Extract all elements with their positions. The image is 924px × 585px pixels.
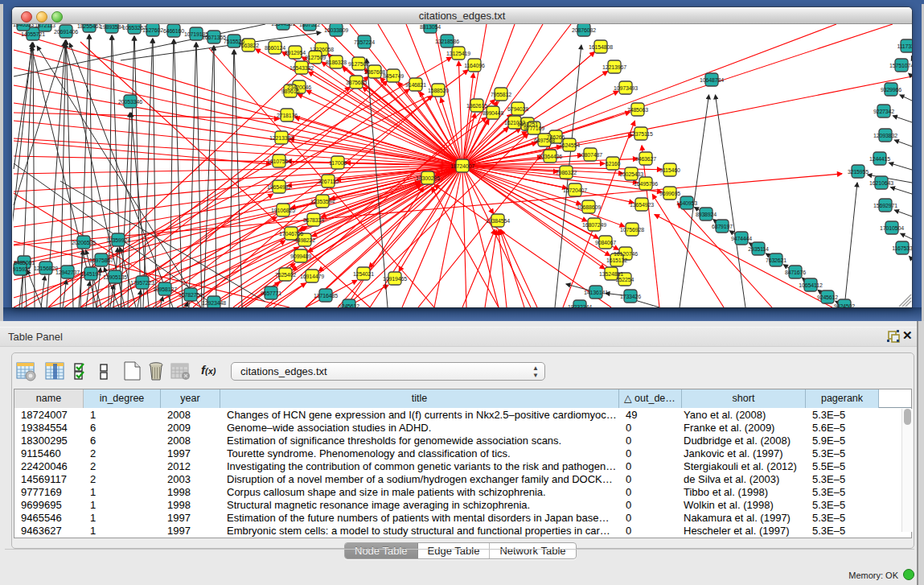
svg-text:16120746: 16120746: [614, 251, 638, 257]
svg-text:9245612: 9245612: [339, 303, 359, 308]
svg-text:1164096: 1164096: [464, 63, 485, 68]
svg-text:17046766: 17046766: [279, 231, 303, 237]
svg-text:20691406: 20691406: [54, 29, 78, 35]
svg-text:1940553: 1940553: [13, 24, 34, 27]
svg-text:252254: 252254: [616, 277, 634, 282]
svg-text:19893584: 19893584: [100, 24, 124, 30]
svg-text:14055721: 14055721: [21, 31, 45, 37]
svg-text:3875685: 3875685: [346, 80, 367, 85]
svg-text:12942737: 12942737: [55, 270, 80, 275]
svg-text:9227342: 9227342: [873, 109, 894, 114]
svg-text:6879197: 6879197: [712, 224, 733, 229]
svg-text:8678334: 8678334: [303, 217, 324, 223]
svg-text:19654982: 19654982: [267, 184, 291, 190]
svg-text:3267110: 3267110: [318, 179, 339, 184]
svg-text:12213383: 12213383: [269, 135, 294, 141]
svg-text:20876082: 20876082: [572, 27, 596, 33]
svg-text:20053346: 20053346: [118, 99, 142, 105]
svg-text:19106825: 19106825: [271, 208, 295, 213]
svg-text:10654112: 10654112: [799, 282, 823, 288]
svg-text:8471676: 8471676: [785, 270, 806, 275]
svg-text:13226058: 13226058: [310, 47, 334, 52]
svg-text:9329966: 9329966: [881, 87, 901, 93]
svg-text:7485063: 7485063: [627, 107, 648, 113]
svg-text:7515526: 7515526: [224, 39, 244, 44]
svg-text:13125419: 13125419: [446, 51, 470, 56]
svg-text:8938924: 8938924: [696, 212, 717, 217]
svg-text:8186328: 8186328: [326, 60, 347, 65]
svg-text:12093832: 12093832: [873, 133, 897, 138]
svg-text:15720407: 15720407: [563, 187, 587, 193]
svg-text:10975867: 10975867: [89, 257, 113, 263]
svg-text:10756928: 10756928: [620, 227, 644, 233]
svg-text:17010504: 17010504: [880, 225, 904, 231]
svg-text:16914479: 16914479: [300, 274, 324, 279]
svg-text:9084067: 9084067: [595, 240, 616, 245]
svg-text:10688609: 10688609: [577, 204, 601, 210]
svg-text:12353594: 12353594: [310, 199, 335, 204]
svg-text:8485061: 8485061: [14, 260, 35, 266]
svg-text:3624554: 3624554: [559, 142, 580, 148]
svg-text:8813054: 8813054: [420, 24, 441, 30]
svg-text:7955812: 7955812: [491, 92, 511, 97]
svg-text:13654923: 13654923: [630, 202, 654, 208]
svg-text:18232344: 18232344: [568, 304, 592, 308]
svg-text:16154808: 16154808: [589, 44, 613, 50]
svg-text:10973493: 10973493: [614, 85, 638, 91]
svg-text:9474444: 9474444: [731, 236, 752, 241]
svg-text:2718176: 2718176: [277, 113, 298, 118]
svg-text:15544381: 15544381: [271, 24, 295, 27]
svg-text:1733426: 1733426: [620, 294, 641, 299]
svg-text:1807522: 1807522: [299, 24, 320, 27]
svg-text:12375115: 12375115: [629, 131, 653, 137]
svg-text:18300295: 18300295: [416, 175, 440, 181]
svg-text:10025433: 10025433: [619, 171, 643, 177]
svg-text:10958127: 10958127: [153, 286, 177, 292]
svg-text:1244415: 1244415: [869, 156, 890, 162]
svg-text:9146821: 9146821: [405, 82, 426, 88]
svg-text:8660124: 8660124: [265, 45, 285, 51]
svg-text:9245612: 9245612: [817, 295, 838, 300]
svg-text:1145194: 1145194: [80, 271, 101, 277]
svg-text:8990448: 8990448: [483, 110, 503, 116]
svg-text:17957223: 17957223: [130, 280, 154, 286]
svg-text:14136141: 14136141: [584, 290, 608, 295]
svg-text:2935114: 2935114: [748, 246, 769, 252]
svg-text:6497568: 6497568: [534, 138, 555, 143]
svg-text:9099489: 9099489: [290, 253, 311, 259]
svg-text:8454749: 8454749: [383, 73, 404, 79]
svg-text:16107554: 16107554: [267, 159, 291, 164]
svg-text:10807487: 10807487: [578, 152, 602, 158]
svg-text:1527602: 1527602: [142, 27, 163, 33]
svg-text:1872113: 1872113: [35, 24, 55, 28]
svg-text:10919465: 10919465: [383, 276, 407, 282]
svg-text:20364436: 20364436: [538, 154, 562, 159]
svg-text:12213967: 12213967: [602, 64, 626, 70]
svg-text:12905135: 12905135: [103, 274, 127, 280]
svg-text:1167533: 1167533: [892, 245, 912, 251]
svg-text:20206535: 20206535: [72, 240, 96, 245]
svg-text:1362615: 1362615: [466, 103, 487, 109]
svg-text:16807249: 16807249: [582, 222, 606, 228]
svg-text:12156829: 12156829: [34, 266, 58, 271]
svg-text:3215955: 3215955: [848, 169, 869, 175]
svg-text:16495796: 16495796: [634, 181, 658, 187]
svg-text:9127509: 9127509: [305, 55, 326, 60]
svg-text:117006: 117006: [329, 160, 347, 166]
svg-text:17359924: 17359924: [106, 237, 130, 243]
svg-text:7357224: 7357224: [354, 39, 375, 45]
svg-text:1254021: 1254021: [353, 271, 374, 277]
svg-text:9777169: 9777169: [524, 126, 544, 131]
svg-text:9463627: 9463627: [635, 156, 656, 162]
svg-text:4498222: 4498222: [294, 237, 315, 243]
svg-text:16033809: 16033809: [324, 27, 348, 33]
svg-text:9127508: 9127508: [348, 61, 369, 67]
svg-text:6794028: 6794028: [507, 106, 528, 112]
svg-text:7625402: 7625402: [275, 272, 296, 278]
svg-text:6466160: 6466160: [163, 28, 184, 34]
svg-text:15751074: 15751074: [889, 63, 912, 68]
svg-text:12923448: 12923448: [202, 300, 226, 306]
svg-text:9115460: 9115460: [659, 167, 680, 173]
svg-text:7986322: 7986322: [556, 170, 577, 175]
svg-text:3915931: 3915931: [13, 266, 31, 272]
